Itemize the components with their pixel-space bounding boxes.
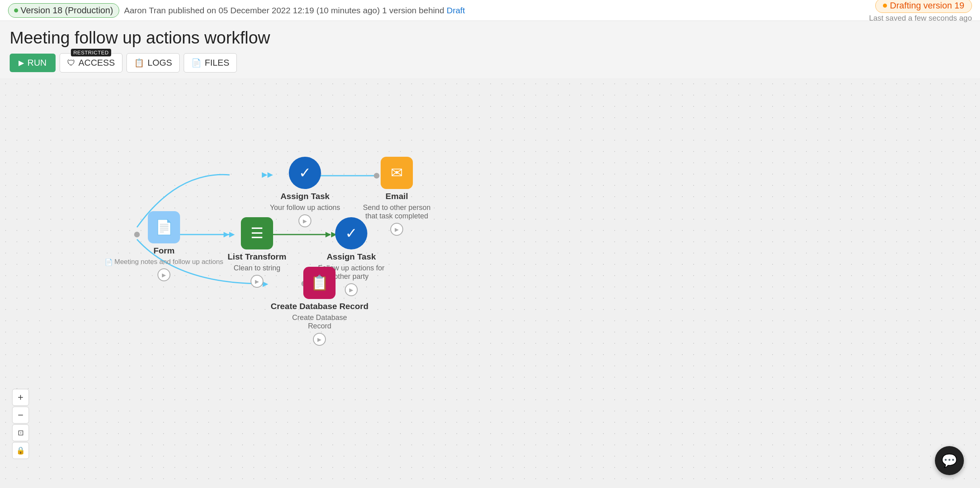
workflow-canvas: ▶▶ ▶▶ ▶▶ ▶▶ 📄 Form 📄 Meeting notes and f… xyxy=(0,78,980,488)
assign-task-mid-icon: ✓ xyxy=(335,217,367,249)
form-node[interactable]: 📄 Form 📄 Meeting notes and follow up act… xyxy=(105,211,223,281)
assign-task-top-title: Assign Task xyxy=(280,191,329,201)
create-db-play-button[interactable]: ▶ xyxy=(313,333,326,346)
form-icon: 📄 xyxy=(148,211,180,243)
assign-task-top-node[interactable]: ✓ Assign Task Your follow up actions ▶ xyxy=(270,157,340,227)
zoom-lock-button[interactable]: 🔒 xyxy=(12,442,29,459)
run-button[interactable]: RUN xyxy=(10,54,56,72)
toolbar: RUN RESTRICTED 🛡 ACCESS 📋 LOGS 📄 FILES xyxy=(0,49,980,78)
zoom-out-button[interactable]: − xyxy=(12,407,29,424)
chat-button[interactable]: 💬 xyxy=(935,446,964,475)
zoom-in-button[interactable]: + xyxy=(12,389,29,406)
zoom-fit-button[interactable]: ⊡ xyxy=(12,424,29,441)
email-icon: ✉ xyxy=(381,157,413,189)
email-play-button[interactable]: ▶ xyxy=(390,223,403,236)
create-db-node[interactable]: 📋 Create Database Record Create Database… xyxy=(271,267,369,346)
assign-task-mid-title: Assign Task xyxy=(327,252,376,262)
drafting-badge[interactable]: Drafting version 19 xyxy=(875,0,972,13)
list-transform-play-button[interactable]: ▶ xyxy=(251,275,263,288)
list-transform-title: List Transform xyxy=(228,252,286,262)
files-button[interactable]: 📄 FILES xyxy=(184,53,237,73)
restricted-badge: RESTRICTED xyxy=(71,49,111,56)
connections-svg: ▶▶ ▶▶ ▶▶ ▶▶ xyxy=(0,78,980,488)
top-bar: Version 18 (Production) Aaron Tran publi… xyxy=(0,0,980,21)
assign-task-top-icon: ✓ xyxy=(289,157,321,189)
top-right-info: Drafting version 19 Last saved a few sec… xyxy=(869,0,972,23)
form-title: Form xyxy=(153,246,175,255)
logs-button[interactable]: 📋 LOGS xyxy=(126,53,180,73)
create-db-subtitle: Create Database Record xyxy=(283,314,356,330)
title-area: Meeting follow up actions workflow xyxy=(0,21,980,49)
version-label: Version 18 (Production) xyxy=(21,5,113,16)
chat-icon: 💬 xyxy=(941,453,957,468)
form-note: 📄 Meeting notes and follow up actions xyxy=(105,258,223,266)
version-badge[interactable]: Version 18 (Production) xyxy=(8,3,119,18)
page-title: Meeting follow up actions workflow xyxy=(10,28,970,48)
create-db-icon: 📋 xyxy=(303,267,336,299)
zoom-controls: + − ⊡ 🔒 xyxy=(12,389,29,459)
draft-link[interactable]: Draft xyxy=(447,6,465,15)
assign-task-top-play-button[interactable]: ▶ xyxy=(298,214,311,227)
assign-task-top-subtitle: Your follow up actions xyxy=(270,204,340,212)
publish-info: Aaron Tran published on 05 December 2022… xyxy=(124,6,864,15)
create-db-title: Create Database Record xyxy=(271,301,369,311)
list-transform-icon: ☰ xyxy=(241,217,273,249)
form-play-button[interactable]: ▶ xyxy=(157,268,170,281)
email-title: Email xyxy=(385,191,408,201)
access-button[interactable]: RESTRICTED 🛡 ACCESS xyxy=(60,53,122,73)
last-saved: Last saved a few seconds ago xyxy=(869,14,972,23)
